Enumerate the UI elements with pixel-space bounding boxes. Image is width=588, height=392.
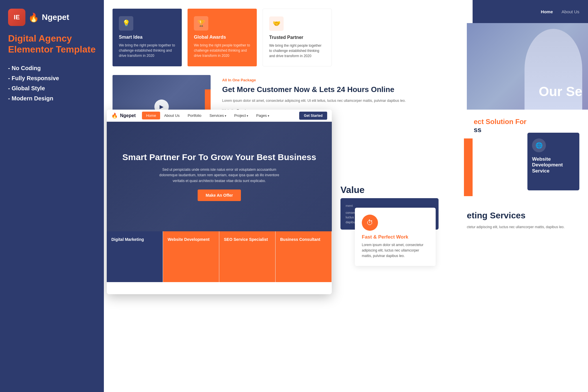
feature-global-style: - Global Style xyxy=(8,83,96,93)
feature-responsive: - Fully Responsive xyxy=(8,73,96,83)
global-awards-card: 🏆 Global Awards We bring the right peopl… xyxy=(188,9,257,66)
nav-fire-icon: 🔥 xyxy=(111,112,118,119)
website-card-title: Website Development Service xyxy=(532,156,575,174)
logo-row: IE 🔥 Ngepet xyxy=(8,9,96,26)
left-panel: IE 🔥 Ngepet Digital Agency Elementor Tem… xyxy=(0,0,104,392)
website-development-card: 🌐 Website Development Service xyxy=(527,133,579,190)
make-offer-button[interactable]: Make An Offer xyxy=(198,190,241,201)
left-title: Digital Agency Elementor Template xyxy=(8,33,96,55)
orange-strip xyxy=(464,138,473,196)
nav-home[interactable]: Home xyxy=(142,112,160,119)
global-awards-title: Global Awards xyxy=(194,35,250,40)
services-row: Digital Marketing Website Development SE… xyxy=(107,231,332,282)
smart-idea-card: 💡 Smart Idea We bring the right people t… xyxy=(113,9,182,66)
hero-title: Smart Partner For To Grow Your Best Busi… xyxy=(122,152,316,162)
service-digital-marketing: Digital Marketing xyxy=(107,231,163,282)
nav-links: Home About Us Portfolio Services Project… xyxy=(142,112,273,119)
elementor-icon: IE xyxy=(8,9,25,26)
main-area: 💡 Smart Idea We bring the right people t… xyxy=(104,0,588,392)
global-awards-desc: We bring the right people together to ch… xyxy=(194,43,250,58)
service-website-dev: Website Development xyxy=(163,231,219,282)
topright-nav: Home About Us xyxy=(473,0,588,23)
fast-work-card: ⏱ Fast & Perfect Work Lorem ipsum dolor … xyxy=(355,208,436,266)
marketing-title: eting Services xyxy=(467,211,579,220)
trusted-partner-desc: We bring the right people together to ch… xyxy=(269,43,325,59)
feature-modern-design: - Modern Design xyxy=(8,93,96,104)
nav-pages[interactable]: Pages xyxy=(252,112,273,119)
browser-navbar: 🔥 Ngepet Home About Us Portfolio Service… xyxy=(107,110,332,122)
feature-no-coding: - No Coding xyxy=(8,63,96,73)
nav-about[interactable]: About Us xyxy=(160,112,183,119)
hero-desc: Sed ut perspiciatis unde omnis iste natu… xyxy=(153,167,286,184)
global-awards-icon: 🏆 xyxy=(194,16,208,31)
nav-brand-name: Ngepet xyxy=(120,113,136,118)
hero-section: Smart Partner For To Grow Your Best Busi… xyxy=(107,122,332,231)
nav-project[interactable]: Project xyxy=(230,112,252,119)
nav-portfolio[interactable]: Portfolio xyxy=(183,112,205,119)
service-consultant: Business Consultant xyxy=(276,231,332,282)
smart-idea-desc: We bring the right people together to ch… xyxy=(119,43,175,58)
trusted-partner-card: 🤝 Trusted Partner We bring the right peo… xyxy=(263,9,332,66)
timer-icon: ⏱ xyxy=(362,215,378,231)
trusted-partner-title: Trusted Partner xyxy=(269,35,325,40)
service-seo: SEO Service Specialist xyxy=(219,231,276,282)
get-started-button[interactable]: Get Started xyxy=(299,112,327,120)
marketing-desc: ctetur adipiscing elit, luctus nec ullam… xyxy=(467,224,579,230)
trusted-partner-icon: 🤝 xyxy=(269,16,284,31)
nav-logo: 🔥 Ngepet xyxy=(111,112,136,119)
topright-home[interactable]: Home xyxy=(541,9,553,14)
features-list: - No Coding - Fully Responsive - Global … xyxy=(8,63,96,104)
brand-name: Ngepet xyxy=(42,13,69,22)
website-card-icon: 🌐 xyxy=(532,138,546,152)
perfect-solution-text: ect Solution For xyxy=(474,118,581,126)
fire-icon: 🔥 xyxy=(28,12,39,22)
smart-idea-title: Smart Idea xyxy=(119,35,175,40)
fast-work-title: Fast & Perfect Work xyxy=(362,234,429,240)
browser-window: 🔥 Ngepet Home About Us Portfolio Service… xyxy=(107,110,332,294)
topright-about[interactable]: About Us xyxy=(561,9,579,14)
our-services-heading: Our Se xyxy=(539,84,582,99)
smart-idea-icon: 💡 xyxy=(119,16,133,31)
fast-work-desc: Lorem ipsum dolor sit amet, consectetur … xyxy=(362,242,429,259)
nav-services[interactable]: Services xyxy=(205,112,230,119)
marketing-section: eting Services ctetur adipiscing elit, l… xyxy=(458,202,588,239)
value-heading: Value xyxy=(340,185,439,195)
